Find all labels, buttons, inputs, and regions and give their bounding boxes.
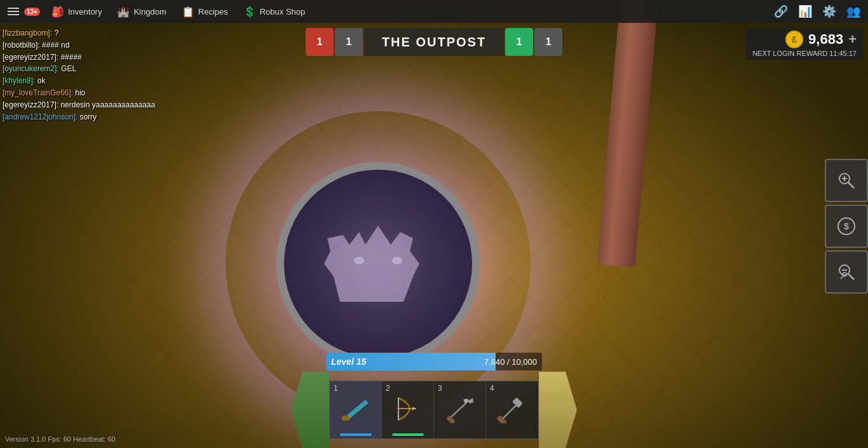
chat-text: ##### [60, 53, 81, 62]
slot-number-3: 3 [438, 384, 442, 393]
chat-username: [egereyizz2017]: [3, 53, 60, 62]
bottom-hud: Level 15 7,840 / 10,000 1 [307, 353, 561, 448]
svg-rect-18 [342, 416, 349, 421]
chat-text: #### nd [42, 41, 69, 50]
nav-robux-shop[interactable]: 💲 Robux Shop [237, 3, 312, 20]
coin-icon: £ [785, 31, 803, 48]
slot-number-4: 4 [490, 384, 494, 393]
svg-line-16 [841, 276, 843, 279]
svg-rect-26 [512, 397, 523, 408]
currency-amount: 9,683 [808, 31, 843, 48]
svg-point-4 [354, 257, 364, 264]
xp-value: 7,840 / 10,000 [484, 357, 537, 367]
hud-left-gray-button[interactable]: 1 [335, 28, 363, 56]
svg-line-13 [848, 274, 854, 280]
chat-message: [robotbillo]: #### nd [3, 40, 155, 51]
share-icon[interactable]: 🔗 [771, 2, 790, 21]
inventory-icon: 🎒 [51, 6, 64, 18]
hamburger-menu[interactable] [5, 5, 22, 18]
hotbar-slot-1[interactable]: 1 [330, 381, 382, 438]
xp-level-label: Level 15 [331, 356, 366, 367]
circle-stone [276, 162, 480, 365]
slot-number-1: 1 [334, 384, 338, 393]
nav-inventory[interactable]: 🎒 Inventory [45, 3, 108, 20]
svg-text:$: $ [844, 221, 849, 231]
xp-bar-container: Level 15 7,840 / 10,000 [326, 353, 542, 370]
right-action-buttons: $ [825, 159, 868, 294]
login-reward-text: NEXT LOGIN REWARD 11:45:17 [752, 50, 857, 57]
hud-title: THE OUTPOST [364, 28, 504, 56]
zoom-out-button[interactable] [825, 250, 868, 294]
zoom-in-button[interactable] [825, 159, 868, 202]
hotbar-slot-2[interactable]: 2 [382, 381, 434, 438]
slot-1-icon [337, 391, 375, 426]
version-info: Version 3.1.0 Fps: 60 Heartbeat: 60 [5, 435, 116, 443]
chat-text: ? [54, 29, 58, 37]
chat-message: [oyuncukerem2]: GEL [3, 64, 155, 74]
top-navbar: 13+ 🎒 Inventory 🏰 Kingdom 📋 Recipes 💲 Ro… [0, 0, 868, 23]
chat-message: [egereyizz2017]: ##### [3, 52, 155, 63]
slot-4-icon [493, 391, 531, 426]
nav-recipes[interactable]: 📋 Recipes [175, 3, 234, 20]
robux-icon: 💲 [243, 6, 256, 18]
hotbar-right-shield [539, 372, 577, 448]
slot-number-2: 2 [386, 384, 390, 393]
chat-username: [robotbillo]: [3, 41, 42, 50]
slot-2-icon [389, 391, 427, 426]
chat-message: [fizzbangbom]: ? [3, 28, 155, 39]
shop-button[interactable]: $ [825, 205, 868, 248]
chat-text: GEL [61, 64, 76, 73]
xp-bar: Level 15 7,840 / 10,000 [326, 353, 542, 370]
hud-right-gray-button[interactable]: 1 [534, 28, 562, 56]
slot-3-icon [441, 391, 479, 426]
svg-line-23 [449, 400, 470, 419]
svg-marker-21 [412, 407, 416, 411]
users-icon[interactable]: 👥 [844, 2, 863, 21]
svg-point-5 [392, 257, 402, 264]
currency-display: £ 9,683 + NEXT LOGIN REWARD 11:45:17 [746, 28, 863, 60]
chat-username: [my_loveTrainGe66]: [3, 88, 75, 97]
hud-left-red-button[interactable]: 1 [306, 28, 334, 56]
chat-text: ok [37, 76, 46, 85]
chat-text: hio [75, 88, 85, 97]
svg-line-7 [848, 182, 854, 188]
chat-message: [egereyizz2017]: nerdesin yaaaaaaaaaaaaa… [3, 100, 155, 111]
chat-message: [andrew1212johnson]: sorry [3, 112, 155, 123]
hotbar: 1 [291, 372, 577, 448]
nav-right-icons: 🔗 📊 ⚙️ 👥 [771, 2, 863, 21]
settings-icon[interactable]: ⚙️ [820, 2, 839, 21]
currency-plus-button[interactable]: + [848, 31, 857, 48]
hotbar-left-shield [291, 372, 329, 448]
chat-message: [my_loveTrainGe66]: hio [3, 88, 155, 98]
recipes-icon: 📋 [182, 6, 194, 18]
chat-message: [khylen8]: ok [3, 76, 155, 86]
hotbar-slots: 1 [329, 381, 539, 439]
hud-right-green-button[interactable]: 1 [505, 28, 533, 56]
chat-username: [khylen8]: [3, 76, 37, 85]
hud-center: 1 1 THE OUTPOST 1 1 [306, 28, 562, 56]
wolf-icon [315, 213, 442, 315]
chat-text: nerdesin yaaaaaaaaaaaaaa [60, 100, 155, 109]
notification-badge: 13+ [24, 8, 40, 16]
slot-2-indicator [392, 433, 424, 436]
chat-username: [andrew1212johnson]: [3, 112, 79, 121]
hotbar-slot-3[interactable]: 3 [434, 381, 486, 438]
hotbar-slot-4[interactable]: 4 [486, 381, 538, 438]
chat-box: [fizzbangbom]: ? [robotbillo]: #### nd [… [3, 28, 155, 122]
chat-text: sorry [79, 112, 97, 121]
chart-icon[interactable]: 📊 [796, 2, 815, 21]
slot-1-indicator [340, 433, 372, 436]
kingdom-icon: 🏰 [117, 6, 130, 18]
nav-kingdom[interactable]: 🏰 Kingdom [111, 3, 172, 20]
chat-username: [oyuncukerem2]: [3, 64, 61, 73]
chat-username: [fizzbangbom]: [3, 29, 54, 37]
chat-username: [egereyizz2017]: [3, 100, 60, 109]
